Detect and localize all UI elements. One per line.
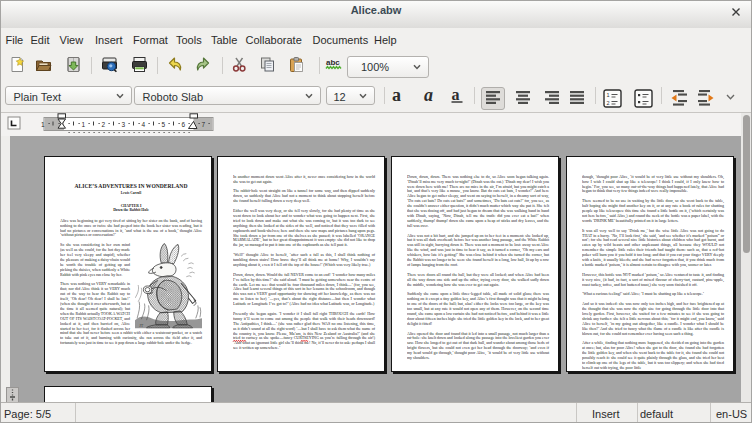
svg-text:7: 7 xyxy=(202,121,206,128)
svg-text:a: a xyxy=(424,86,433,104)
svg-text:JT: JT xyxy=(139,322,144,327)
svg-text:a: a xyxy=(452,86,460,103)
svg-text:4: 4 xyxy=(142,121,146,128)
svg-text:5: 5 xyxy=(162,121,166,128)
svg-text:1: 1 xyxy=(82,121,86,128)
svg-text:2: 2 xyxy=(102,121,106,128)
svg-text:3: 3 xyxy=(122,121,126,128)
svg-text:abc: abc xyxy=(326,58,340,67)
svg-text:1: 1 xyxy=(607,92,610,98)
svg-text:6: 6 xyxy=(182,121,186,128)
svg-text:a: a xyxy=(392,86,401,104)
svg-text:2: 2 xyxy=(607,100,610,106)
svg-text:1: 1 xyxy=(41,121,45,128)
